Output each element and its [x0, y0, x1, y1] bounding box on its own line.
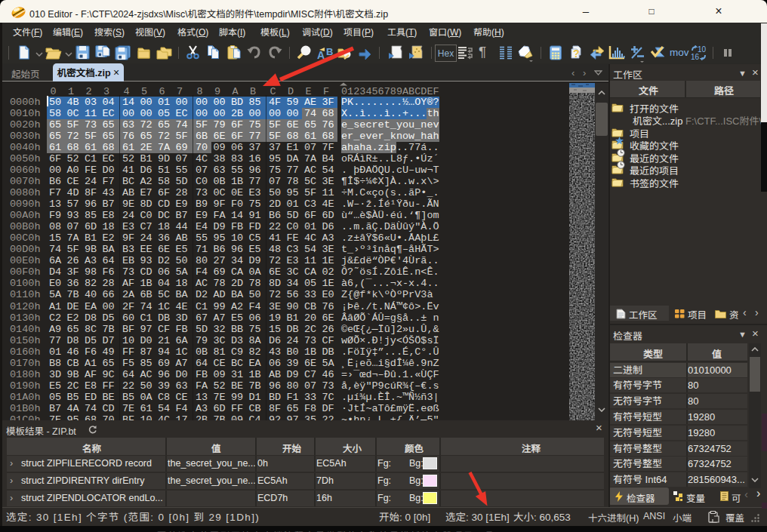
svg-text:?: ?: [573, 48, 580, 60]
svg-text:16: 16: [691, 53, 700, 60]
svg-text:B: B: [326, 46, 333, 57]
